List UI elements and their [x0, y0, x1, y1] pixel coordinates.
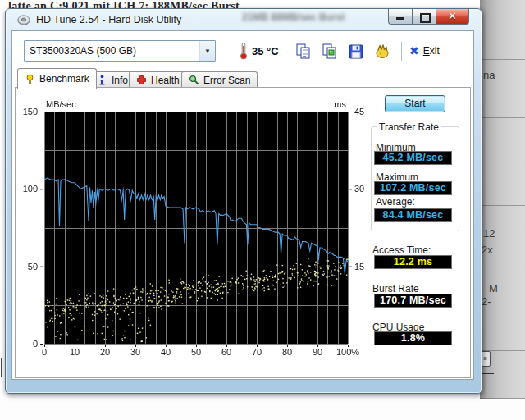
tab-benchmark[interactable]: Benchmark [17, 68, 97, 89]
copy-screenshot-button[interactable] [321, 43, 339, 61]
exit-label: Exit [423, 45, 440, 57]
benchmark-chart [22, 98, 368, 358]
options-button[interactable] [373, 43, 391, 61]
tab-error-scan[interactable]: Error Scan [181, 71, 258, 88]
error-scan-magnifier-icon [189, 75, 199, 85]
background-text-fragment: 12 [483, 227, 495, 240]
background-page-bottom [0, 399, 525, 420]
minimum-value: 45.2 MB/sec [374, 151, 452, 165]
window-title: HD Tune 2.54 - Hard Disk Utility [36, 14, 181, 25]
save-button[interactable] [347, 43, 365, 61]
app-icon [17, 14, 30, 26]
maximum-value: 107.2 MB/sec [374, 181, 452, 195]
thermometer-icon [239, 42, 249, 60]
exit-x-icon: ✖ [409, 44, 419, 57]
close-button[interactable]: ✕ [436, 9, 469, 25]
drive-selector-value: ST3500320AS (500 GB) [25, 45, 199, 57]
save-icon [347, 43, 365, 61]
chevron-down-icon[interactable]: ▼ [199, 41, 215, 61]
close-icon: ✕ [436, 10, 468, 22]
copy-to-clipboard-button[interactable] [294, 43, 313, 61]
exit-button[interactable]: ✖ Exit [409, 44, 440, 57]
burst-rate-label: Burst Rate [372, 283, 419, 294]
maximize-icon [420, 13, 431, 23]
tab-label: Info [112, 75, 128, 86]
background-page-heading: latte an C:9 021 mit ICH 7: 188MB/sec Bu… [8, 0, 517, 8]
benchmark-icon [25, 74, 35, 84]
average-label: Average: [376, 196, 415, 208]
background-text-fragment: na [483, 69, 495, 81]
background-text-fragment: M [489, 282, 498, 294]
background-page-strip [480, 0, 525, 399]
transfer-rate-group-label: Transfer Rate [377, 121, 441, 133]
hdtune-window: 21MB 88MB/sec Burst HD Tune 2.54 - Hard … [5, 8, 482, 394]
burst-rate-value: 170.7 MB/sec [374, 294, 452, 308]
minimize-button[interactable] [388, 9, 412, 25]
background-rule [1, 358, 2, 377]
maximize-button[interactable] [412, 9, 436, 25]
tab-label: Benchmark [39, 73, 89, 84]
average-value: 84.4 MB/sec [374, 208, 452, 222]
background-text-fragment: 2- [482, 295, 491, 308]
tab-health[interactable]: Health [129, 71, 187, 88]
titlebar[interactable]: 21MB 88MB/sec Burst HD Tune 2.54 - Hard … [6, 9, 482, 30]
copy-image-icon [321, 43, 339, 61]
access-time-value: 12.2 ms [374, 255, 452, 269]
start-button[interactable]: Start [385, 95, 445, 112]
tab-label: Health [151, 75, 180, 86]
background-text-fragment: 2x [482, 244, 493, 256]
drive-selector[interactable]: ST3500320AS (500 GB) ▼ [24, 40, 216, 62]
health-cross-icon [136, 75, 147, 85]
temperature-value: 35 °C [252, 45, 279, 57]
info-icon [97, 75, 107, 85]
toolbar-separator [290, 42, 290, 61]
access-time-label: Access Time: [372, 244, 431, 256]
options-hand-icon [373, 43, 391, 61]
tab-label: Error Scan [203, 75, 250, 86]
copy-icon [294, 43, 313, 61]
cpu-usage-value: 1.8% [374, 331, 452, 345]
background-blur-text: 21MB 88MB/sec Burst [242, 11, 381, 23]
caption-buttons: ✕ [388, 9, 469, 25]
minimize-icon [396, 17, 404, 20]
toolbar-separator [401, 42, 402, 61]
